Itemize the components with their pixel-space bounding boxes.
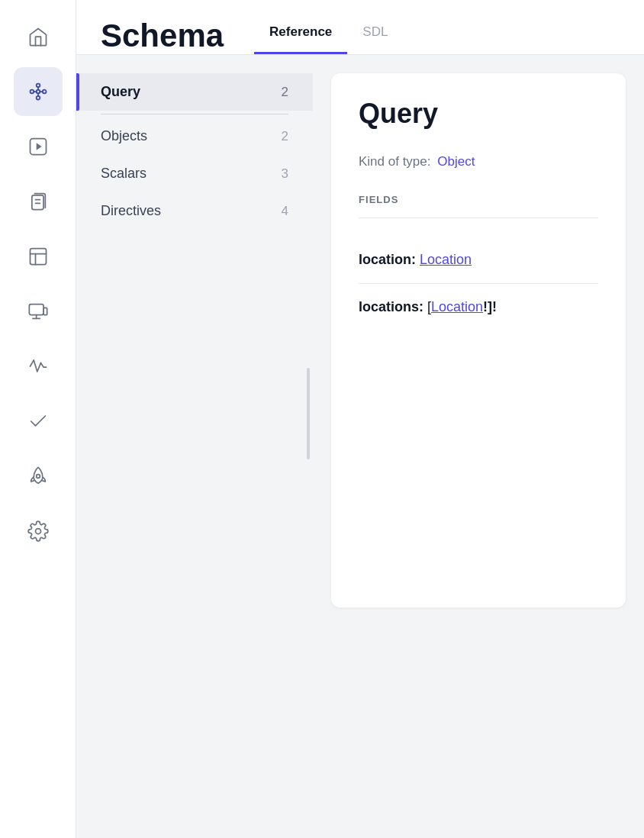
sidebar-item-graph[interactable] [14,67,63,116]
svg-point-21 [36,475,40,479]
header: Schema Reference SDL [76,0,644,55]
nav-item-directives-count: 4 [282,204,288,219]
field-location-type-link[interactable]: Location [420,252,472,267]
nav-item-directives[interactable]: Directives 4 [76,192,313,230]
nav-item-scalars-label: Scalars [101,166,147,182]
sidebar [0,0,76,838]
sidebar-item-settings[interactable] [14,507,63,556]
detail-card: Query Kind of type: Object FIELDS locati… [331,73,626,608]
nav-item-query[interactable]: Query 2 [76,73,313,111]
tabs: Reference SDL [254,18,403,54]
kind-label: Kind of type: [359,154,431,169]
svg-rect-11 [31,195,43,210]
sidebar-item-check[interactable] [14,397,63,446]
fields-label: FIELDS [359,194,598,205]
nav-item-objects[interactable]: Objects 2 [76,118,313,155]
sidebar-item-play[interactable] [14,122,63,171]
left-nav-panel: Query 2 Objects 2 Scalars 3 Directives 4 [76,55,313,838]
svg-rect-18 [43,308,47,314]
right-detail-panel: Query Kind of type: Object FIELDS locati… [313,55,644,838]
svg-rect-17 [29,305,43,315]
nav-item-directives-label: Directives [101,203,161,219]
fields-divider [359,218,598,218]
detail-title: Query [359,98,598,130]
sidebar-item-rocket[interactable] [14,452,63,501]
nav-item-objects-label: Objects [101,128,147,144]
sidebar-item-monitor[interactable] [14,287,63,336]
scroll-indicator [307,368,310,459]
kind-value-link[interactable]: Object [437,154,475,169]
field-location-name: location: Location [359,252,472,267]
sidebar-item-home[interactable] [14,12,63,61]
svg-point-22 [35,529,40,534]
sidebar-item-layout[interactable] [14,232,63,281]
page-title: Schema [101,18,224,53]
nav-divider-1 [101,114,288,114]
content-area: Query 2 Objects 2 Scalars 3 Directives 4 [76,55,644,838]
tab-reference[interactable]: Reference [254,18,347,54]
nav-item-objects-count: 2 [282,129,288,144]
svg-marker-10 [36,143,41,150]
main-content: Schema Reference SDL Query 2 Objects 2 S [76,0,644,838]
field-locations-type-link[interactable]: Location [431,299,483,314]
field-row-locations: locations: [Location!]! [359,283,598,330]
field-locations-name: locations: [Location!]! [359,299,497,314]
nav-item-scalars-count: 3 [282,166,288,182]
sidebar-item-pages[interactable] [14,177,63,226]
sidebar-item-activity[interactable] [14,342,63,391]
nav-item-query-label: Query [101,84,140,100]
kind-row: Kind of type: Object [359,154,598,169]
field-row-location: location: Location [359,237,598,283]
nav-item-scalars[interactable]: Scalars 3 [76,155,313,192]
svg-rect-14 [30,249,46,265]
tab-sdl[interactable]: SDL [347,18,403,54]
nav-item-query-count: 2 [282,85,288,100]
